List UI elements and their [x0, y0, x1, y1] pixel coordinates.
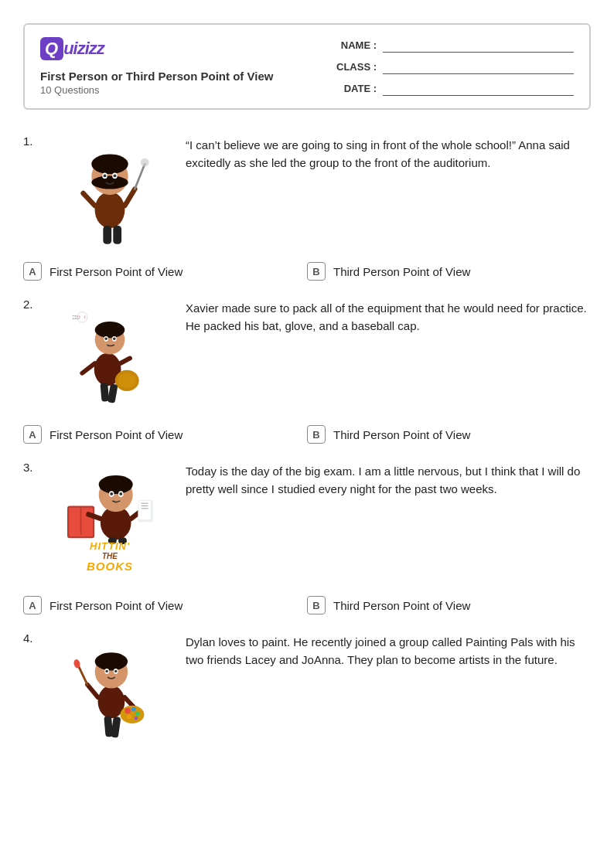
q3-option-b[interactable]: B Third Person Point of View: [307, 596, 591, 614]
svg-point-16: [95, 322, 125, 338]
quizizz-logo: Q uizizz: [40, 37, 334, 60]
q1-answer-a-text: First Person Point of View: [49, 265, 182, 278]
svg-point-25: [77, 311, 88, 322]
q3-letter-b: B: [307, 596, 326, 614]
svg-rect-12: [103, 226, 111, 244]
svg-point-39: [119, 492, 122, 495]
q4-character-svg: [56, 636, 164, 744]
q2-letter-b: B: [307, 425, 326, 444]
q3-letter-a: A: [23, 596, 42, 614]
q2-character-svg: [56, 302, 164, 410]
hittin-books-label: HITTIN' THE BOOKS: [87, 541, 133, 574]
q1-option-b[interactable]: B Third Person Point of View: [307, 262, 591, 281]
question-1: 1.: [23, 133, 591, 281]
books-text: BOOKS: [87, 560, 133, 574]
svg-point-51: [95, 652, 128, 670]
class-label: CLASS :: [334, 61, 377, 73]
q2-answers: A First Person Point of View B Third Per…: [23, 425, 591, 444]
q1-character-svg: [56, 139, 164, 247]
svg-rect-29: [107, 383, 118, 403]
svg-point-65: [134, 716, 138, 720]
q2-option-b[interactable]: B Third Person Point of View: [307, 425, 591, 444]
svg-point-62: [131, 706, 136, 711]
svg-line-9: [125, 189, 135, 206]
logo-rest: uizizz: [63, 39, 104, 59]
svg-point-61: [125, 707, 131, 713]
q1-letter-a: A: [23, 262, 42, 281]
svg-point-0: [95, 191, 125, 227]
svg-point-3: [91, 175, 128, 189]
q4-image: [48, 630, 172, 750]
svg-rect-67: [111, 716, 121, 737]
svg-point-24: [118, 373, 136, 387]
class-field-row: CLASS :: [334, 59, 574, 74]
question-3-row: 3.: [23, 459, 591, 587]
quiz-title: First Person or Third Person Point of Vi…: [40, 70, 334, 83]
class-input[interactable]: [383, 59, 574, 74]
q3-text: Today is the day of the big exam. I am a…: [172, 459, 591, 499]
svg-point-2: [91, 154, 128, 174]
q1-image: [48, 133, 172, 253]
svg-point-6: [104, 174, 107, 177]
q1-answers: A First Person Point of View B Third Per…: [23, 262, 591, 281]
svg-point-55: [114, 669, 117, 672]
q3-character-svg: [56, 459, 164, 544]
question-1-row: 1.: [23, 133, 591, 253]
svg-line-22: [121, 358, 131, 363]
svg-point-54: [105, 669, 107, 672]
svg-point-11: [141, 158, 149, 166]
q3-answers: A First Person Point of View B Third Per…: [23, 596, 591, 614]
q4-text: Dylan loves to paint. He recently joined…: [172, 630, 591, 669]
header-fields: NAME : CLASS : DATE :: [334, 37, 574, 96]
name-label: NAME :: [334, 39, 377, 51]
q1-option-a[interactable]: A First Person Point of View: [23, 262, 307, 281]
q2-image: [48, 296, 172, 416]
svg-line-58: [78, 665, 87, 684]
svg-point-19: [104, 337, 107, 339]
q2-number: 2.: [23, 296, 48, 311]
q2-answer-a-text: First Person Point of View: [49, 428, 182, 441]
svg-rect-13: [113, 226, 121, 244]
q2-option-a[interactable]: A First Person Point of View: [23, 425, 307, 444]
svg-point-63: [135, 711, 140, 716]
header-box: Q uizizz First Person or Third Person Po…: [23, 23, 591, 110]
q1-number: 1.: [23, 133, 48, 148]
svg-line-8: [84, 193, 95, 206]
q3-image: HITTIN' THE BOOKS: [48, 459, 172, 587]
svg-point-20: [113, 337, 115, 339]
date-input[interactable]: [383, 80, 574, 96]
logo-q: Q: [40, 37, 63, 60]
svg-point-64: [127, 714, 131, 719]
q3-answer-b-text: Third Person Point of View: [333, 599, 470, 612]
date-field-row: DATE :: [334, 80, 574, 96]
question-4-row: 4.: [23, 630, 591, 750]
q1-text: “I can’t believe we are going to sing in…: [172, 133, 591, 172]
svg-line-26: [73, 315, 79, 316]
question-2: 2.: [23, 296, 591, 444]
svg-point-7: [114, 174, 117, 177]
svg-line-10: [135, 164, 145, 189]
svg-point-38: [110, 492, 113, 495]
svg-point-35: [99, 475, 133, 494]
question-2-row: 2.: [23, 296, 591, 416]
page: Q uizizz First Person or Third Person Po…: [0, 0, 614, 868]
q2-text: Xavier made sure to pack all of the equi…: [172, 296, 591, 335]
header-left: Q uizizz First Person or Third Person Po…: [40, 37, 334, 96]
q3-option-a[interactable]: A First Person Point of View: [23, 596, 307, 614]
q4-number: 4.: [23, 630, 48, 645]
q1-answer-b-text: Third Person Point of View: [333, 265, 470, 278]
question-3: 3.: [23, 459, 591, 614]
q2-letter-a: A: [23, 425, 42, 444]
name-input[interactable]: [383, 37, 574, 53]
q3-number: 3.: [23, 459, 48, 474]
quiz-subtitle: 10 Questions: [40, 84, 334, 96]
q3-answer-a-text: First Person Point of View: [49, 599, 182, 612]
q2-answer-b-text: Third Person Point of View: [333, 428, 470, 441]
name-field-row: NAME :: [334, 37, 574, 53]
svg-line-56: [87, 684, 98, 696]
date-label: DATE :: [334, 83, 377, 94]
question-4: 4.: [23, 630, 591, 750]
hittin-text: HITTIN': [87, 541, 133, 552]
q1-letter-b: B: [307, 262, 326, 281]
svg-line-21: [82, 363, 94, 373]
